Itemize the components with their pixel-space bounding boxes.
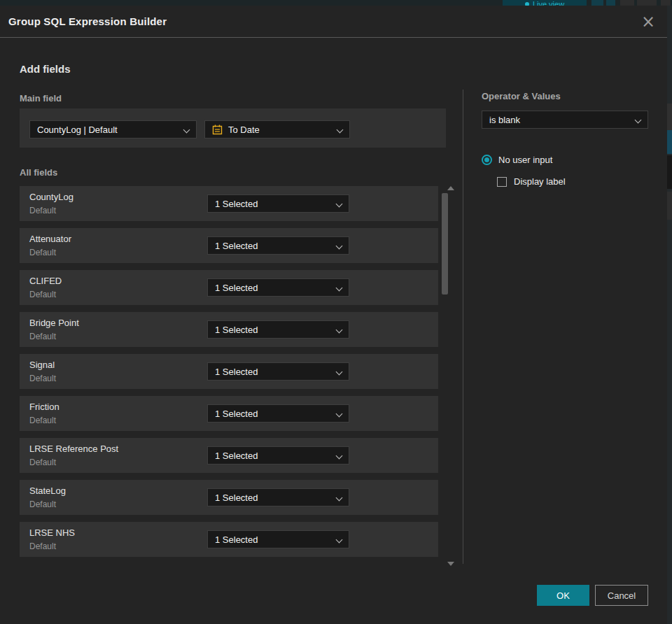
field-row: CountyLog Default 1 Selected xyxy=(20,186,438,221)
main-field-select-value: CountyLog | Default xyxy=(37,125,118,135)
no-user-input-radio[interactable]: No user input xyxy=(482,155,552,165)
main-field-container: CountyLog | Default To Date xyxy=(20,108,446,148)
radio-label: No user input xyxy=(498,155,552,165)
ok-button[interactable]: OK xyxy=(537,585,589,606)
chevron-down-icon xyxy=(337,127,344,134)
main-field-type-select[interactable]: To Date xyxy=(204,120,350,139)
chevron-down-icon xyxy=(336,285,343,292)
field-name: CountyLog xyxy=(29,192,74,202)
chevron-down-icon xyxy=(183,127,190,134)
field-name: Bridge Point xyxy=(29,318,79,328)
field-name: Friction xyxy=(29,402,59,412)
main-field-select[interactable]: CountyLog | Default xyxy=(29,120,197,139)
field-subtitle: Default xyxy=(29,416,56,425)
field-row: Attenuator Default 1 Selected xyxy=(20,228,438,263)
background-app-top-strip: Live view xyxy=(0,0,672,6)
field-row: Friction Default 1 Selected xyxy=(20,396,438,431)
field-name: LRSE Reference Post xyxy=(29,444,118,454)
toolbar-button-sliver xyxy=(606,0,615,6)
live-view-button[interactable]: Live view xyxy=(503,0,587,6)
main-field-label: Main field xyxy=(20,93,62,104)
field-values-select[interactable]: 1 Selected xyxy=(207,446,349,465)
chevron-down-icon xyxy=(635,117,642,124)
scrollbar-up-icon[interactable] xyxy=(447,186,454,190)
field-values-select-value: 1 Selected xyxy=(215,325,258,335)
operator-values-label: Operator & Values xyxy=(482,91,561,101)
checkbox-label: Display label xyxy=(514,176,566,187)
dialog-header: Group SQL Expression Builder × xyxy=(0,6,667,38)
field-subtitle: Default xyxy=(29,541,56,551)
field-row: CLIFED Default 1 Selected xyxy=(20,270,438,305)
scrollbar-down-icon[interactable] xyxy=(447,562,454,566)
field-subtitle: Default xyxy=(29,458,56,467)
toolbar-button-sliver xyxy=(592,0,603,6)
field-row: Bridge Point Default 1 Selected xyxy=(20,312,438,347)
field-values-select-value: 1 Selected xyxy=(215,409,258,419)
dialog-title: Group SQL Expression Builder xyxy=(0,15,167,27)
toolbar-button-sliver xyxy=(620,0,634,6)
chevron-down-icon xyxy=(336,369,343,376)
live-view-label: Live view xyxy=(533,0,564,6)
field-values-select-value: 1 Selected xyxy=(215,241,258,251)
field-name: StateLog xyxy=(29,485,66,496)
field-name: LRSE NHS xyxy=(29,527,75,538)
field-subtitle: Default xyxy=(29,332,56,341)
field-name: Attenuator xyxy=(29,234,71,244)
chevron-down-icon xyxy=(336,537,343,544)
field-values-select[interactable]: 1 Selected xyxy=(207,236,349,255)
all-fields-label: All fields xyxy=(20,167,57,178)
chevron-down-icon xyxy=(336,453,343,460)
chevron-down-icon xyxy=(336,201,343,208)
chevron-down-icon xyxy=(336,327,343,334)
field-subtitle: Default xyxy=(29,206,56,215)
chevron-down-icon xyxy=(336,495,343,502)
field-values-select[interactable]: 1 Selected xyxy=(207,530,349,548)
field-name: Signal xyxy=(29,360,55,370)
main-field-type-value: To Date xyxy=(228,125,260,135)
field-values-select-value: 1 Selected xyxy=(215,492,258,503)
field-row: LRSE Reference Post Default 1 Selected xyxy=(20,438,438,473)
field-name: CLIFED xyxy=(29,276,62,286)
operator-select-value: is blank xyxy=(489,115,520,125)
field-values-select[interactable]: 1 Selected xyxy=(207,488,349,506)
field-subtitle: Default xyxy=(29,374,56,383)
group-sql-expression-builder-dialog: Group SQL Expression Builder × Add field… xyxy=(0,6,667,624)
calendar-icon xyxy=(212,125,223,135)
field-values-select[interactable]: 1 Selected xyxy=(207,194,349,213)
panel-divider xyxy=(463,90,463,564)
field-values-select-value: 1 Selected xyxy=(215,283,258,293)
field-values-select[interactable]: 1 Selected xyxy=(207,278,349,297)
field-row: LRSE NHS Default 1 Selected xyxy=(20,522,438,557)
background-app-right-strip xyxy=(667,6,672,624)
field-row: StateLog Default 1 Selected xyxy=(20,480,438,515)
add-fields-heading: Add fields xyxy=(20,63,71,75)
cancel-button[interactable]: Cancel xyxy=(595,585,648,606)
field-values-select-value: 1 Selected xyxy=(215,367,258,377)
close-icon[interactable]: × xyxy=(639,13,657,31)
field-values-select-value: 1 Selected xyxy=(215,199,258,209)
checkbox-unchecked-icon xyxy=(497,177,507,187)
field-values-select-value: 1 Selected xyxy=(215,534,258,545)
field-values-select[interactable]: 1 Selected xyxy=(207,320,349,339)
toolbar-button-sliver xyxy=(637,0,657,6)
field-row: Signal Default 1 Selected xyxy=(20,354,438,389)
field-values-select[interactable]: 1 Selected xyxy=(207,362,349,381)
operator-select[interactable]: is blank xyxy=(482,111,648,129)
field-subtitle: Default xyxy=(29,248,56,257)
field-values-select[interactable]: 1 Selected xyxy=(207,404,349,423)
display-label-checkbox[interactable]: Display label xyxy=(497,176,566,187)
field-subtitle: Default xyxy=(29,290,56,299)
scrollbar-thumb[interactable] xyxy=(442,193,448,295)
field-subtitle: Default xyxy=(29,499,56,509)
chevron-down-icon xyxy=(336,411,343,418)
toolbar-button-sliver xyxy=(661,0,671,6)
radio-selected-icon xyxy=(482,155,492,165)
chevron-down-icon xyxy=(336,243,343,250)
field-values-select-value: 1 Selected xyxy=(215,451,258,461)
